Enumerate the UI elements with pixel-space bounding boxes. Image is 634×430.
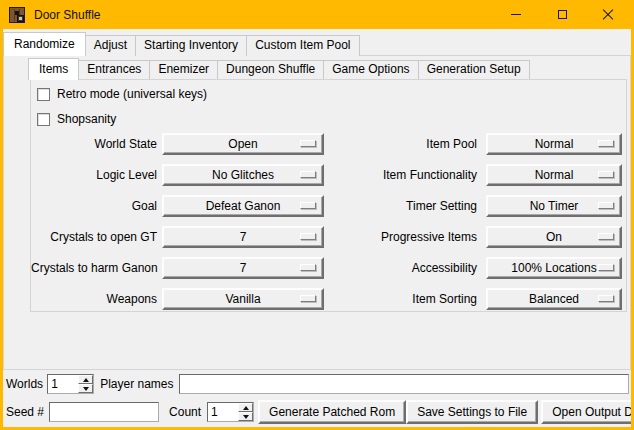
retro-mode-label[interactable]: Retro mode (universal keys) [57,87,207,101]
open-output-directory-button[interactable]: Open Output Directory [541,400,631,424]
shopsanity-checkbox[interactable] [37,113,50,126]
app-icon [9,7,25,23]
weapons-dropdown[interactable]: Vanilla [162,288,324,310]
worlds-input[interactable] [48,375,78,393]
dropdown-indicator-icon [300,202,316,209]
tab-enemizer[interactable]: Enemizer [149,60,218,79]
titlebar: Door Shuffle [3,0,631,29]
retro-mode-row: Retro mode (universal keys) [37,87,626,101]
shopsanity-row: Shopsanity [37,112,626,126]
option-row: Goal Defeat Ganon Timer Setting No Timer [31,195,626,217]
logic-level-label: Logic Level [31,168,157,182]
maximize-icon [558,10,567,19]
down-arrow-icon [83,387,89,391]
minimize-button[interactable] [493,0,539,29]
tab-custom-item-pool[interactable]: Custom Item Pool [246,35,359,56]
player-names-label: Player names [100,377,173,391]
crystals-open-gt-dropdown[interactable]: 7 [162,226,324,248]
tab-randomize[interactable]: Randomize [3,32,86,56]
dropdown-indicator-icon [598,171,614,178]
crystals-open-gt-value: 7 [164,228,322,246]
worlds-spin-up-button[interactable] [78,375,93,384]
window-body: Randomize Adjust Starting Inventory Cust… [3,29,631,427]
main-tab-bar: Randomize Adjust Starting Inventory Cust… [3,32,359,56]
up-arrow-icon [83,378,89,382]
worlds-spin-down-button[interactable] [78,384,93,393]
crystals-open-gt-label: Crystals to open GT [31,230,157,244]
tab-items[interactable]: Items [28,58,79,80]
minimize-icon [511,14,521,15]
goal-dropdown[interactable]: Defeat Ganon [162,195,324,217]
logic-level-value: No Glitches [164,166,322,184]
maximize-button[interactable] [539,0,585,29]
down-arrow-icon [243,415,249,419]
seed-label: Seed # [6,405,44,419]
item-pool-label: Item Pool [324,137,477,151]
randomize-tab-panel: Items Entrances Enemizer Dungeon Shuffle… [3,55,631,370]
item-sorting-label: Item Sorting [324,292,477,306]
player-names-input[interactable] [179,374,630,394]
tab-generation-setup[interactable]: Generation Setup [418,60,530,79]
count-input[interactable] [208,403,238,421]
dropdown-indicator-icon [598,233,614,240]
shopsanity-label[interactable]: Shopsanity [57,112,116,126]
dropdown-indicator-icon [300,171,316,178]
seed-input[interactable] [49,402,159,422]
count-spin-down-button[interactable] [238,412,253,421]
close-button[interactable] [585,0,631,29]
dropdown-indicator-icon [300,264,316,271]
accessibility-label: Accessibility [324,261,477,275]
up-arrow-icon [243,406,249,410]
dropdown-indicator-icon [598,202,614,209]
retro-mode-checkbox[interactable] [37,88,50,101]
logic-level-dropdown[interactable]: No Glitches [162,164,324,186]
dropdown-indicator-icon [300,233,316,240]
dropdown-indicator-icon [598,264,614,271]
item-functionality-dropdown[interactable]: Normal [486,164,622,186]
item-sorting-dropdown[interactable]: Balanced [486,288,622,310]
world-state-value: Open [164,135,322,153]
crystals-harm-ganon-dropdown[interactable]: 7 [162,257,324,279]
worlds-label: Worlds [6,377,43,391]
close-icon [602,9,614,21]
generate-patched-rom-button[interactable]: Generate Patched Rom [258,400,406,424]
window-controls [493,0,631,29]
weapons-label: Weapons [31,292,157,306]
timer-setting-dropdown[interactable]: No Timer [486,195,622,217]
seed-row: Seed # Count Generate Patched Rom Save S… [6,400,629,424]
option-row: Crystals to harm Ganon 7 Accessibility 1… [31,257,626,279]
dropdown-indicator-icon [598,140,614,147]
window: Door Shuffle Randomize Adjust Starting I… [0,0,634,430]
sub-tab-bar: Items Entrances Enemizer Dungeon Shuffle… [28,57,529,79]
bottom-bar: Worlds Player names Seed # Count [6,374,629,424]
worlds-row: Worlds Player names [6,374,629,394]
goal-value: Defeat Ganon [164,197,322,215]
worlds-spinbox[interactable] [47,374,94,394]
option-row: Weapons Vanilla Item Sorting Balanced [31,288,626,310]
option-row: World State Open Item Pool Normal [31,133,626,155]
crystals-harm-ganon-value: 7 [164,259,322,277]
tab-dungeon-shuffle[interactable]: Dungeon Shuffle [217,60,324,79]
accessibility-dropdown[interactable]: 100% Locations [486,257,622,279]
world-state-label: World State [31,137,157,151]
count-label: Count [169,405,201,419]
tab-game-options[interactable]: Game Options [323,60,418,79]
option-row: Logic Level No Glitches Item Functionali… [31,164,626,186]
weapons-value: Vanilla [164,290,322,308]
world-state-dropdown[interactable]: Open [162,133,324,155]
crystals-harm-ganon-label: Crystals to harm Ganon [31,261,157,275]
tab-entrances[interactable]: Entrances [78,60,150,79]
count-spinbox[interactable] [207,402,254,422]
progressive-items-dropdown[interactable]: On [486,226,622,248]
tab-starting-inventory[interactable]: Starting Inventory [135,35,247,56]
timer-setting-label: Timer Setting [324,199,477,213]
window-title: Door Shuffle [34,8,101,22]
dropdown-indicator-icon [300,295,316,302]
item-pool-dropdown[interactable]: Normal [486,133,622,155]
tab-adjust[interactable]: Adjust [85,35,136,56]
dropdown-indicator-icon [598,295,614,302]
count-spin-up-button[interactable] [238,403,253,412]
save-settings-button[interactable]: Save Settings to File [406,400,538,424]
option-row: Crystals to open GT 7 Progressive Items … [31,226,626,248]
items-tab-panel: Retro mode (universal keys) Shopsanity W… [30,79,627,312]
